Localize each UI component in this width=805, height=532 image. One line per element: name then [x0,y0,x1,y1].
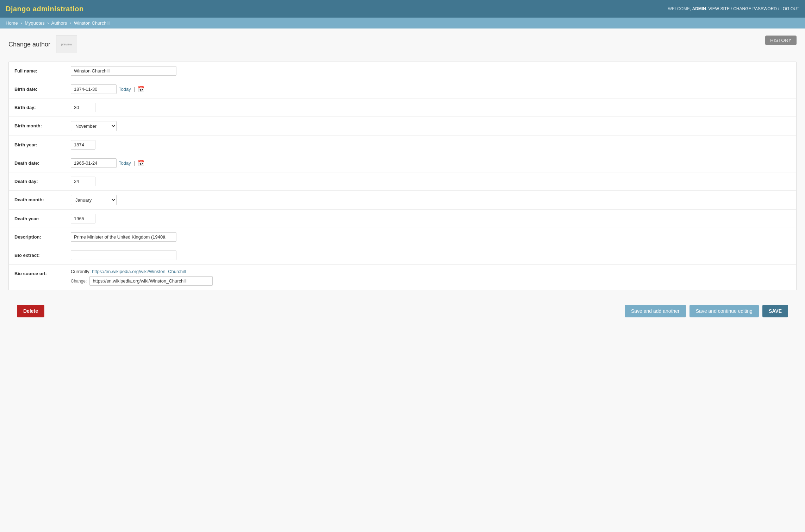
change-password-link[interactable]: CHANGE PASSWORD [733,6,777,11]
description-input[interactable] [71,232,176,242]
welcome-text: WELCOME, [668,6,691,11]
bio-source-url-row: Bio source url: Currently: https://en.wi… [9,265,796,290]
site-name-suffix: administration [33,5,84,13]
birth-day-input-wrapper [71,103,791,112]
birth-month-select[interactable]: JanuaryFebruaryMarchAprilMayJuneJulyAugu… [71,121,117,131]
view-site-link[interactable]: VIEW SITE [708,6,730,11]
delete-button[interactable]: Delete [17,305,44,317]
full-name-label: Full name: [14,66,71,74]
site-name-prefix: Django [6,5,33,13]
breadcrumb-sep-3: › [70,20,71,26]
bio-source-current-label: Currently: [71,269,91,274]
page-title: Change author [8,41,50,48]
death-date-calendar-icon[interactable]: 📅 [138,160,145,166]
save-and-continue-button[interactable]: Save and continue editing [689,305,759,317]
birth-year-label: Birth year: [14,140,71,147]
bio-source-url-input[interactable] [89,276,213,286]
birth-day-row: Birth day: [9,99,796,117]
bio-source-url-label: Bio source url: [14,269,71,276]
full-name-row: Full name: [9,62,796,80]
content-header: Change author preview HISTORY [8,36,797,53]
birth-year-input-wrapper [71,140,791,150]
death-date-today-link[interactable]: Today [119,160,131,166]
birth-date-input[interactable] [71,84,117,94]
breadcrumb-current: Winston Churchill [74,20,110,26]
username: ADMIN [692,6,706,11]
full-name-input-wrapper [71,66,791,76]
death-date-row: Death date: Today | 📅 [9,154,796,172]
site-header: Django administration WELCOME, ADMIN. VI… [0,0,805,18]
history-button[interactable]: HISTORY [765,36,797,45]
breadcrumb-sep-1: › [20,20,22,26]
death-date-input-wrapper: Today | 📅 [71,158,791,168]
bio-source-change-label: Change: [71,279,87,284]
breadcrumb-authors[interactable]: Authors [51,20,67,26]
birth-date-label: Birth date: [14,84,71,92]
birth-day-input[interactable] [71,103,95,112]
bio-extract-input-wrapper [71,251,791,260]
birth-year-row: Birth year: [9,136,796,154]
birth-month-input-wrapper: JanuaryFebruaryMarchAprilMayJuneJulyAugu… [71,121,791,131]
death-year-input[interactable] [71,214,95,223]
birth-year-input[interactable] [71,140,95,150]
birth-month-label: Birth month: [14,121,71,128]
bio-source-container: Currently: https://en.wikipedia.org/wiki… [71,269,213,286]
full-name-input[interactable] [71,66,176,76]
site-title: Django administration [6,5,84,13]
birth-date-row: Birth date: Today | 📅 [9,80,796,99]
death-month-row: Death month: JanuaryFebruaryMarchAprilMa… [9,191,796,210]
death-day-input-wrapper [71,177,791,186]
bio-source-url-input-wrapper: Currently: https://en.wikipedia.org/wiki… [71,269,791,286]
breadcrumb-home[interactable]: Home [6,20,18,26]
death-year-row: Death year: [9,210,796,228]
birth-month-row: Birth month: JanuaryFebruaryMarchAprilMa… [9,117,796,136]
save-and-add-button[interactable]: Save and add another [625,305,686,317]
death-day-row: Death day: [9,172,796,191]
save-buttons: Save and add another Save and continue e… [625,305,788,317]
death-year-input-wrapper [71,214,791,223]
bio-source-change: Change: [71,276,213,286]
death-month-select[interactable]: JanuaryFebruaryMarchAprilMayJuneJulyAugu… [71,195,117,205]
bio-source-url-link[interactable]: https://en.wikipedia.org/wiki/Winston_Ch… [92,269,186,274]
breadcrumb-sep-2: › [47,20,49,26]
log-out-link[interactable]: LOG OUT [780,6,799,11]
death-day-label: Death day: [14,177,71,184]
description-input-wrapper [71,232,791,242]
death-month-input-wrapper: JanuaryFebruaryMarchAprilMayJuneJulyAugu… [71,195,791,205]
breadcrumb-myquotes[interactable]: Myquotes [25,20,44,26]
birth-day-label: Birth day: [14,103,71,110]
birth-date-calendar-icon[interactable]: 📅 [138,86,145,93]
death-date-label: Death date: [14,158,71,166]
description-row: Description: [9,228,796,246]
birth-date-input-wrapper: Today | 📅 [71,84,791,94]
user-tools: WELCOME, ADMIN. VIEW SITE / CHANGE PASSW… [668,6,799,11]
pipe-1: | [134,87,135,92]
description-label: Description: [14,232,71,240]
form-footer: Delete Save and add another Save and con… [8,299,797,323]
death-year-label: Death year: [14,214,71,221]
death-day-input[interactable] [71,177,95,186]
pipe-2: | [134,160,135,166]
content-wrapper: Change author preview HISTORY Full name:… [0,28,805,337]
bio-extract-row: Bio extract: [9,246,796,265]
thumbnail: preview [56,36,77,53]
bio-extract-label: Bio extract: [14,251,71,258]
save-button[interactable]: SAVE [762,305,788,317]
bio-extract-input[interactable] [71,251,176,260]
death-date-input[interactable] [71,158,117,168]
bio-source-current: Currently: https://en.wikipedia.org/wiki… [71,269,213,274]
death-month-label: Death month: [14,195,71,202]
change-form: Full name: Birth date: Today | 📅 Birth d… [8,62,797,290]
birth-date-today-link[interactable]: Today [119,87,131,92]
breadcrumb: Home › Myquotes › Authors › Winston Chur… [0,18,805,28]
